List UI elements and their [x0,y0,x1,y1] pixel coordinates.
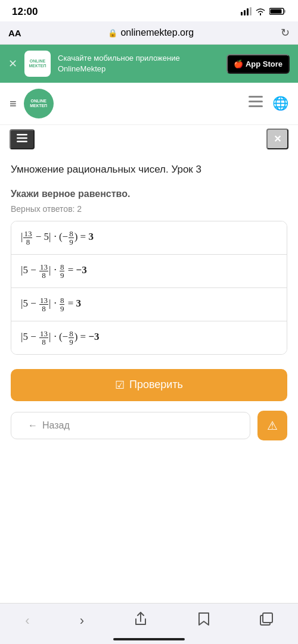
svg-rect-9 [249,105,263,107]
header-list-icon[interactable] [249,96,263,111]
header-logo-text: ONLINE МЕКТЕП [30,99,47,109]
home-indicator [113,638,185,640]
browser-bookmark-button[interactable] [192,609,216,632]
question-label: Укажи верное равенство. [11,189,287,199]
appstore-button[interactable]: 🍎 App Store [226,54,290,74]
svg-rect-6 [271,9,282,13]
svg-rect-5 [284,10,286,12]
lock-icon: 🔒 [108,29,117,37]
check-label: Проверить [129,379,183,391]
toolbar-close-button[interactable]: ✕ [266,129,288,149]
warning-icon: ⚠ [267,419,278,432]
back-row: ← Назад ⚠ [11,411,287,440]
header-globe-icon[interactable]: 🌐 [272,96,288,111]
app-banner: ✕ ONLINE МЕКТЕП Скачайте мобильное прило… [0,45,298,83]
svg-rect-2 [247,8,249,15]
status-bar: 12:00 [0,0,298,21]
check-button[interactable]: ☑ Проверить [11,369,287,401]
browser-url-bar[interactable]: 🔒 onlinemektep.org [27,27,275,38]
header-right: 🌐 [249,96,288,111]
answer-options: |138 − 5| ⋅ (−89) = 3 |5 − 138| ⋅ 89 = −… [11,221,287,355]
signal-icon [241,7,252,17]
header-logo: ONLINE МЕКТЕП [24,89,54,118]
svg-rect-10 [17,134,27,136]
apple-icon: 🍎 [234,60,243,68]
svg-rect-14 [263,613,272,623]
svg-rect-8 [249,101,263,102]
answer-option-1[interactable]: |138 − 5| ⋅ (−89) = 3 [11,221,287,255]
battery-icon [269,7,286,17]
url-text: onlinemektep.org [120,27,194,38]
status-time: 12:00 [12,6,38,18]
svg-rect-12 [17,140,27,142]
reload-button[interactable]: ↻ [281,26,290,39]
answer-option-4[interactable]: |5 − 138| ⋅ (−89) = −3 [11,321,287,354]
wifi-icon [255,7,266,17]
browser-forward-button[interactable]: › [74,611,90,631]
answer-option-3[interactable]: |5 − 138| ⋅ 89 = 3 [11,288,287,321]
answer-option-2-text: |5 − 138| ⋅ 89 = −3 [21,263,87,279]
svg-rect-11 [17,137,27,139]
back-label: Назад [42,420,70,431]
warning-button[interactable]: ⚠ [257,411,287,440]
banner-logo: ONLINE МЕКТЕП [24,51,51,77]
header-menu-icon[interactable]: ≡ [10,97,17,111]
banner-description: Скачайте мобильное приложение OnlineMekt… [58,53,219,74]
lesson-content: Умножение рациональных чисел. Урок 3 Ука… [0,153,298,459]
back-button[interactable]: ← Назад [11,412,250,439]
browser-aa-button[interactable]: AA [8,28,21,38]
answer-option-4-text: |5 − 138| ⋅ (−89) = −3 [21,330,100,346]
status-icons [241,7,286,17]
svg-rect-0 [241,12,243,15]
appstore-label: App Store [246,60,283,68]
site-header: ≡ ONLINE МЕКТЕП 🌐 [0,83,298,125]
main-scroll: ≡ ONLINE МЕКТЕП 🌐 [0,83,298,507]
toolbar-row: ✕ [0,125,298,153]
lesson-title: Умножение рациональных чисел. Урок 3 [11,162,287,177]
browser-back-button[interactable]: ‹ [19,611,35,631]
browser-tabs-button[interactable] [254,610,279,632]
banner-close-button[interactable]: ✕ [8,57,17,70]
answer-option-1-text: |138 − 5| ⋅ (−89) = 3 [21,230,94,246]
svg-rect-1 [244,10,246,15]
svg-rect-3 [250,7,252,15]
banner-logo-text: ONLINE МЕКТЕП [29,59,46,69]
answer-option-2[interactable]: |5 − 138| ⋅ 89 = −3 [11,255,287,288]
browser-bar: AA 🔒 onlinemektep.org ↻ [0,21,298,45]
back-arrow-icon: ← [28,420,38,431]
check-icon: ☑ [115,379,125,392]
toolbar-hamburger-button[interactable] [10,129,35,149]
svg-rect-7 [249,96,263,98]
answers-count: Верных ответов: 2 [11,204,287,214]
browser-share-button[interactable] [128,609,153,632]
answer-option-3-text: |5 − 138| ⋅ 89 = 3 [21,296,81,312]
